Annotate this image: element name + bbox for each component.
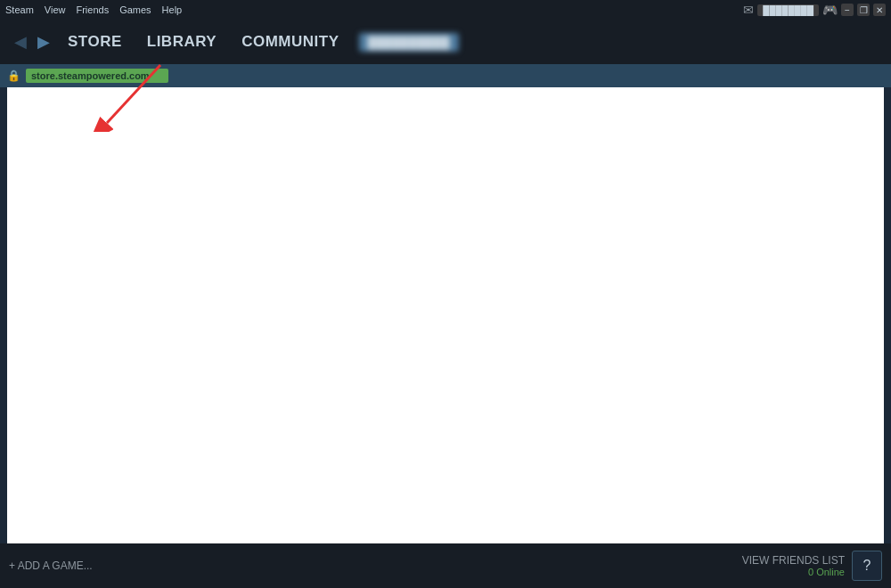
bottombar: + ADD A GAME... VIEW FRIENDS LIST 0 Onli… bbox=[0, 543, 891, 588]
nav-username[interactable]: ██████████ bbox=[359, 33, 459, 52]
back-button[interactable]: ◀ bbox=[9, 32, 32, 52]
restore-button[interactable]: ❐ bbox=[857, 4, 870, 16]
add-game-button[interactable]: + ADD A GAME... bbox=[9, 559, 93, 572]
titlebar-username: ████████ bbox=[757, 4, 819, 16]
titlebar-menu: Steam View Friends Games Help bbox=[5, 4, 182, 15]
titlebar-controls: ✉ ████████ 🎮 − ❐ ✕ bbox=[743, 3, 886, 17]
online-count: 0 Online bbox=[742, 567, 845, 577]
nav-library[interactable]: LIBRARY bbox=[135, 20, 229, 64]
addressbar: 🔒 store.steampowered.com bbox=[0, 64, 891, 87]
main-content bbox=[7, 87, 884, 543]
navbar: ◀ ▶ STORE LIBRARY COMMUNITY ██████████ bbox=[0, 20, 891, 64]
menu-games[interactable]: Games bbox=[119, 4, 151, 15]
help-icon: ? bbox=[863, 558, 871, 574]
nav-store[interactable]: STORE bbox=[55, 20, 135, 64]
forward-button[interactable]: ▶ bbox=[32, 32, 55, 52]
nav-community[interactable]: COMMUNITY bbox=[229, 20, 351, 64]
view-friends-button[interactable]: VIEW FRIENDS LIST 0 Online bbox=[742, 554, 845, 577]
friends-section: VIEW FRIENDS LIST 0 Online ? bbox=[742, 551, 882, 581]
close-button[interactable]: ✕ bbox=[873, 4, 886, 16]
mail-icon[interactable]: ✉ bbox=[743, 3, 754, 17]
address-field[interactable]: store.steampowered.com bbox=[26, 69, 168, 83]
lock-icon: 🔒 bbox=[7, 69, 20, 82]
menu-help[interactable]: Help bbox=[162, 4, 183, 15]
controller-icon[interactable]: 🎮 bbox=[822, 3, 838, 17]
menu-steam[interactable]: Steam bbox=[5, 4, 34, 15]
view-friends-label: VIEW FRIENDS LIST bbox=[742, 554, 845, 567]
menu-view[interactable]: View bbox=[45, 4, 66, 15]
add-game-label: + ADD A GAME... bbox=[9, 559, 93, 572]
minimize-button[interactable]: − bbox=[841, 4, 854, 16]
help-button[interactable]: ? bbox=[852, 551, 882, 581]
titlebar: Steam View Friends Games Help ✉ ████████… bbox=[0, 0, 891, 20]
menu-friends[interactable]: Friends bbox=[76, 4, 109, 15]
